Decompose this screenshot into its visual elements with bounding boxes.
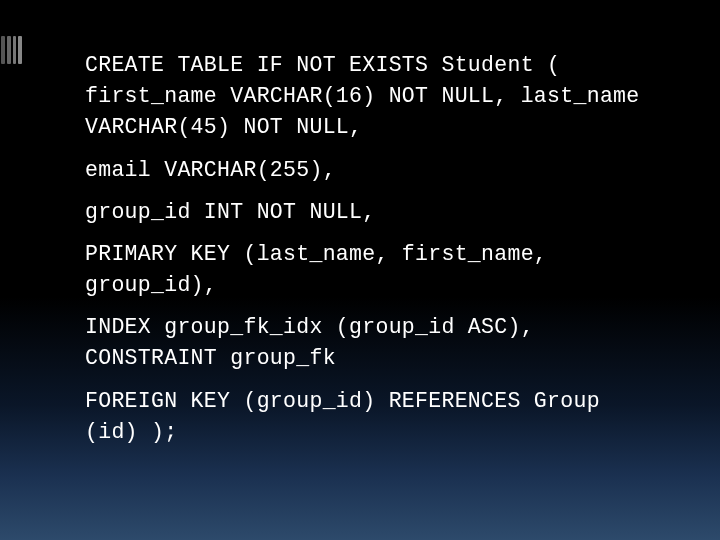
sql-line-6: FOREIGN KEY (group_id) REFERENCES Group … <box>85 386 660 448</box>
sql-line-4: PRIMARY KEY (last_name, first_name, grou… <box>85 239 660 301</box>
sql-line-5: INDEX group_fk_idx (group_id ASC), CONST… <box>85 312 660 374</box>
sql-line-3: group_id INT NOT NULL, <box>85 197 660 228</box>
sql-line-2: email VARCHAR(255), <box>85 155 660 186</box>
slide-body: CREATE TABLE IF NOT EXISTS Student ( fir… <box>85 50 660 459</box>
sql-line-1: CREATE TABLE IF NOT EXISTS Student ( fir… <box>85 50 660 144</box>
left-edge-decoration <box>1 36 22 64</box>
